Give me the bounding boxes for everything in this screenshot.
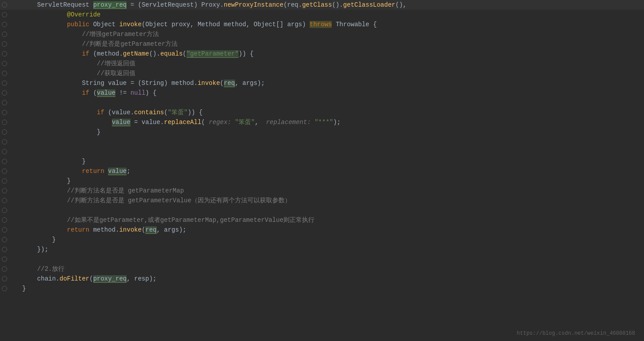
code-content-13: value = value.replaceAll( regex: "笨蛋", r…: [18, 117, 644, 127]
code-content-20: //判断方法名是否是 getParameterMap: [18, 186, 644, 196]
breakpoint-27[interactable]: [2, 257, 7, 262]
breakpoint-12[interactable]: [2, 110, 7, 115]
code-content-25: }: [18, 235, 644, 245]
code-content-9: String value = (String) method.invoke(re…: [18, 78, 644, 88]
code-line-4: //增强getParameter方法: [0, 29, 644, 39]
code-content-14: }: [18, 127, 644, 137]
code-content-18: return value;: [18, 166, 644, 176]
code-line-18: return value;: [0, 166, 644, 176]
breakpoint-4[interactable]: [2, 32, 7, 37]
url-bar: https://blog.csdn.net/weixin_46008168: [517, 329, 635, 337]
code-line-26: });: [0, 245, 644, 254]
code-content-29: chain.doFilter(proxy_req, resp);: [18, 274, 644, 284]
code-content-4: //增强getParameter方法: [18, 29, 644, 39]
code-line-19: }: [0, 176, 644, 186]
code-line-30: }: [0, 284, 644, 293]
code-line-2: @Override: [0, 10, 644, 20]
code-content-11: [18, 98, 644, 108]
code-editor: ServletRequest proxy_req = (ServletReque…: [0, 0, 644, 341]
code-line-13: value = value.replaceAll( regex: "笨蛋", r…: [0, 117, 644, 127]
code-line-7: //增强返回值: [0, 59, 644, 68]
code-content-10: if (value != null) {: [18, 88, 644, 98]
code-line-24: return method.invoke(req, args);: [0, 225, 644, 235]
code-content-15: [18, 137, 644, 147]
code-line-14: }: [0, 127, 644, 137]
code-content-12: if (value.contains("笨蛋")) {: [18, 108, 644, 117]
code-line-6: if (method.getName().equals("getParamete…: [0, 49, 644, 59]
breakpoint-11[interactable]: [2, 100, 7, 105]
code-line-9: String value = (String) method.invoke(re…: [0, 78, 644, 88]
breakpoint-23[interactable]: [2, 217, 7, 223]
code-line-10: if (value != null) {: [0, 88, 644, 98]
code-line-21: //判断方法名是否是 getParameterValue（因为还有两个方法可以获…: [0, 196, 644, 205]
code-line-1: ServletRequest proxy_req = (ServletReque…: [0, 0, 644, 10]
breakpoint-28[interactable]: [2, 266, 7, 272]
breakpoint-15[interactable]: [2, 139, 7, 144]
code-line-27: [0, 254, 644, 264]
code-line-15: [0, 137, 644, 147]
code-content-16: [18, 147, 644, 156]
breakpoint-14[interactable]: [2, 129, 7, 135]
code-line-20: //判断方法名是否是 getParameterMap: [0, 186, 644, 196]
code-content-1: ServletRequest proxy_req = (ServletReque…: [18, 0, 644, 10]
code-line-8: //获取返回值: [0, 68, 644, 78]
url-text: https://blog.csdn.net/weixin_46008168: [517, 330, 635, 337]
breakpoint-25[interactable]: [2, 237, 7, 242]
code-content-28: //2.放行: [18, 264, 644, 274]
code-line-25: }: [0, 235, 644, 245]
breakpoint-22[interactable]: [2, 208, 7, 213]
code-line-5: //判断是否是getParameter方法: [0, 39, 644, 49]
code-area: ServletRequest proxy_req = (ServletReque…: [0, 0, 644, 293]
code-content-17: }: [18, 156, 644, 166]
code-line-29: chain.doFilter(proxy_req, resp);: [0, 274, 644, 284]
breakpoint-26[interactable]: [2, 247, 7, 252]
breakpoint-19[interactable]: [2, 178, 7, 184]
breakpoint-29[interactable]: [2, 276, 7, 281]
code-line-23: //如果不是getParameter,或者getParameterMap,get…: [0, 215, 644, 225]
breakpoint-5[interactable]: [2, 41, 7, 47]
code-content-27: [18, 254, 644, 264]
code-content-3: public Object invoke(Object proxy, Metho…: [18, 20, 644, 29]
code-line-28: //2.放行: [0, 264, 644, 274]
breakpoint-24[interactable]: [2, 227, 7, 233]
code-content-5: //判断是否是getParameter方法: [18, 39, 644, 49]
breakpoint-16[interactable]: [2, 149, 7, 154]
code-content-22: [18, 205, 644, 215]
code-line-16: [0, 147, 644, 156]
breakpoint-10[interactable]: [2, 90, 7, 96]
code-content-24: return method.invoke(req, args);: [18, 225, 644, 235]
code-content-7: //增强返回值: [18, 59, 644, 68]
breakpoint-3[interactable]: [2, 22, 7, 27]
code-line-12: if (value.contains("笨蛋")) {: [0, 108, 644, 117]
code-content-26: });: [18, 245, 644, 254]
breakpoint-7[interactable]: [2, 61, 7, 66]
breakpoint-20[interactable]: [2, 188, 7, 193]
code-line-17: }: [0, 156, 644, 166]
breakpoint-30[interactable]: [2, 286, 7, 291]
breakpoint-6[interactable]: [2, 51, 7, 56]
code-content-8: //获取返回值: [18, 68, 644, 78]
breakpoint-2[interactable]: [2, 12, 7, 17]
code-content-6: if (method.getName().equals("getParamete…: [18, 49, 644, 59]
code-content-19: }: [18, 176, 644, 186]
code-content-23: //如果不是getParameter,或者getParameterMap,get…: [18, 215, 644, 225]
code-line-22: [0, 205, 644, 215]
breakpoint-1[interactable]: [2, 2, 7, 8]
breakpoint-21[interactable]: [2, 198, 7, 203]
breakpoint-13[interactable]: [2, 120, 7, 125]
breakpoint-18[interactable]: [2, 168, 7, 174]
code-content-30: }: [18, 284, 644, 293]
code-content-2: @Override: [18, 10, 644, 20]
code-line-11: [0, 98, 644, 108]
breakpoint-17[interactable]: [2, 159, 7, 164]
code-content-21: //判断方法名是否是 getParameterValue（因为还有两个方法可以获…: [18, 196, 644, 205]
breakpoint-9[interactable]: [2, 80, 7, 86]
breakpoint-8[interactable]: [2, 71, 7, 76]
code-line-3: public Object invoke(Object proxy, Metho…: [0, 20, 644, 29]
